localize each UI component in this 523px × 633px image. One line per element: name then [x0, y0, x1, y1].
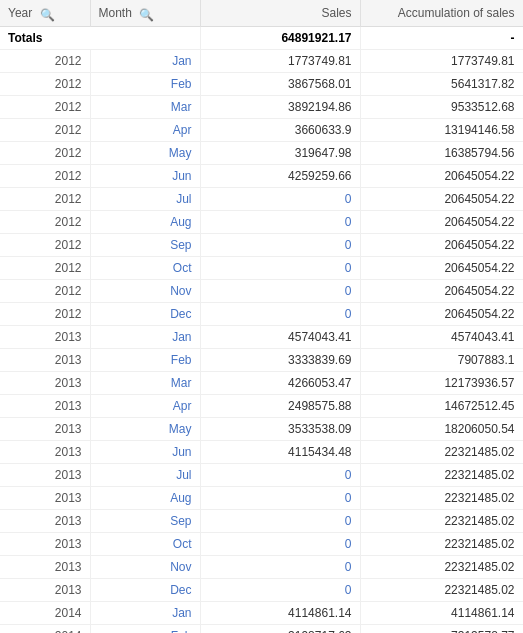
table-row: 2012 Nov 0 20645054.22 — [0, 280, 523, 303]
accum-cell: 20645054.22 — [360, 303, 523, 326]
table-header-row: Year 🔍 Month 🔍 Sales Accumulation of sal… — [0, 0, 523, 27]
accum-cell: 4114861.14 — [360, 602, 523, 625]
table-row: 2012 Jan 1773749.81 1773749.81 — [0, 50, 523, 73]
year-cell: 2014 — [0, 625, 90, 634]
year-label: Year — [8, 6, 32, 20]
sales-cell: 3660633.9 — [200, 119, 360, 142]
year-cell: 2013 — [0, 533, 90, 556]
year-cell: 2013 — [0, 579, 90, 602]
year-cell: 2013 — [0, 349, 90, 372]
year-cell: 2013 — [0, 418, 90, 441]
accum-cell: 1773749.81 — [360, 50, 523, 73]
sales-cell: 0 — [200, 510, 360, 533]
sales-cell: 1773749.81 — [200, 50, 360, 73]
month-cell: Mar — [90, 372, 200, 395]
sales-cell: 3892194.86 — [200, 96, 360, 119]
month-cell: Oct — [90, 257, 200, 280]
accum-cell: 7907883.1 — [360, 349, 523, 372]
sales-cell: 0 — [200, 280, 360, 303]
month-cell: Nov — [90, 556, 200, 579]
accum-cell: 22321485.02 — [360, 579, 523, 602]
table-row: 2012 Aug 0 20645054.22 — [0, 211, 523, 234]
table-row: 2013 Jul 0 22321485.02 — [0, 464, 523, 487]
accum-cell: 5641317.82 — [360, 73, 523, 96]
year-cell: 2012 — [0, 234, 90, 257]
table-row: 2013 Nov 0 22321485.02 — [0, 556, 523, 579]
month-cell: Sep — [90, 234, 200, 257]
year-cell: 2013 — [0, 464, 90, 487]
year-cell: 2012 — [0, 142, 90, 165]
month-cell: Aug — [90, 487, 200, 510]
year-cell: 2012 — [0, 211, 90, 234]
month-cell: May — [90, 418, 200, 441]
year-column-header: Year 🔍 — [0, 0, 90, 27]
month-cell: Jan — [90, 602, 200, 625]
year-cell: 2013 — [0, 326, 90, 349]
month-cell: Nov — [90, 280, 200, 303]
month-cell: Oct — [90, 533, 200, 556]
month-label: Month — [99, 6, 132, 20]
sales-cell: 0 — [200, 188, 360, 211]
accum-cell: 22321485.02 — [360, 556, 523, 579]
month-column-header: Month 🔍 — [90, 0, 200, 27]
year-cell: 2012 — [0, 119, 90, 142]
table-row: 2012 Jul 0 20645054.22 — [0, 188, 523, 211]
month-cell: Dec — [90, 579, 200, 602]
accum-cell: 20645054.22 — [360, 257, 523, 280]
year-cell: 2012 — [0, 50, 90, 73]
accum-cell: 20645054.22 — [360, 234, 523, 257]
month-cell: Jul — [90, 464, 200, 487]
table-row: 2012 Oct 0 20645054.22 — [0, 257, 523, 280]
year-cell: 2013 — [0, 510, 90, 533]
sales-cell: 0 — [200, 464, 360, 487]
month-search-icon[interactable]: 🔍 — [139, 8, 151, 20]
table-row: 2014 Jan 4114861.14 4114861.14 — [0, 602, 523, 625]
sales-cell: 0 — [200, 257, 360, 280]
table-row: 2013 Aug 0 22321485.02 — [0, 487, 523, 510]
year-cell: 2012 — [0, 165, 90, 188]
year-cell: 2012 — [0, 257, 90, 280]
table-row: 2013 Oct 0 22321485.02 — [0, 533, 523, 556]
month-cell: Jul — [90, 188, 200, 211]
data-table: Year 🔍 Month 🔍 Sales Accumulation of sal… — [0, 0, 523, 633]
accum-cell: 20645054.22 — [360, 165, 523, 188]
accum-cell: 9533512.68 — [360, 96, 523, 119]
sales-label: Sales — [321, 6, 351, 20]
totals-accum: - — [360, 27, 523, 50]
table-row: 2013 Sep 0 22321485.02 — [0, 510, 523, 533]
sales-cell: 4259259.66 — [200, 165, 360, 188]
sales-cell: 0 — [200, 211, 360, 234]
month-cell: Sep — [90, 510, 200, 533]
month-cell: Feb — [90, 349, 200, 372]
totals-sales: 64891921.17 — [200, 27, 360, 50]
table-row: 2012 Feb 3867568.01 5641317.82 — [0, 73, 523, 96]
table-row: 2013 Jun 4115434.48 22321485.02 — [0, 441, 523, 464]
accum-cell: 22321485.02 — [360, 487, 523, 510]
year-cell: 2013 — [0, 487, 90, 510]
month-cell: Apr — [90, 395, 200, 418]
month-cell: Feb — [90, 625, 200, 634]
month-cell: Jan — [90, 50, 200, 73]
accum-cell: 4574043.41 — [360, 326, 523, 349]
accum-cell: 14672512.45 — [360, 395, 523, 418]
accum-cell: 22321485.02 — [360, 533, 523, 556]
table-row: 2013 Mar 4266053.47 12173936.57 — [0, 372, 523, 395]
totals-row: Totals 64891921.17 - — [0, 27, 523, 50]
year-search-icon[interactable]: 🔍 — [40, 8, 52, 20]
year-cell: 2012 — [0, 188, 90, 211]
table-row: 2012 Sep 0 20645054.22 — [0, 234, 523, 257]
year-cell: 2012 — [0, 73, 90, 96]
year-cell: 2014 — [0, 602, 90, 625]
accum-cell: 16385794.56 — [360, 142, 523, 165]
month-cell: Mar — [90, 96, 200, 119]
month-cell: Dec — [90, 303, 200, 326]
accum-cell: 12173936.57 — [360, 372, 523, 395]
month-cell: Aug — [90, 211, 200, 234]
table-row: 2012 May 319647.98 16385794.56 — [0, 142, 523, 165]
sales-cell: 3333839.69 — [200, 349, 360, 372]
table-row: 2013 Jan 4574043.41 4574043.41 — [0, 326, 523, 349]
table-row: 2013 Apr 2498575.88 14672512.45 — [0, 395, 523, 418]
sales-cell: 0 — [200, 556, 360, 579]
table-row: 2012 Apr 3660633.9 13194146.58 — [0, 119, 523, 142]
accum-cell: 22321485.02 — [360, 441, 523, 464]
